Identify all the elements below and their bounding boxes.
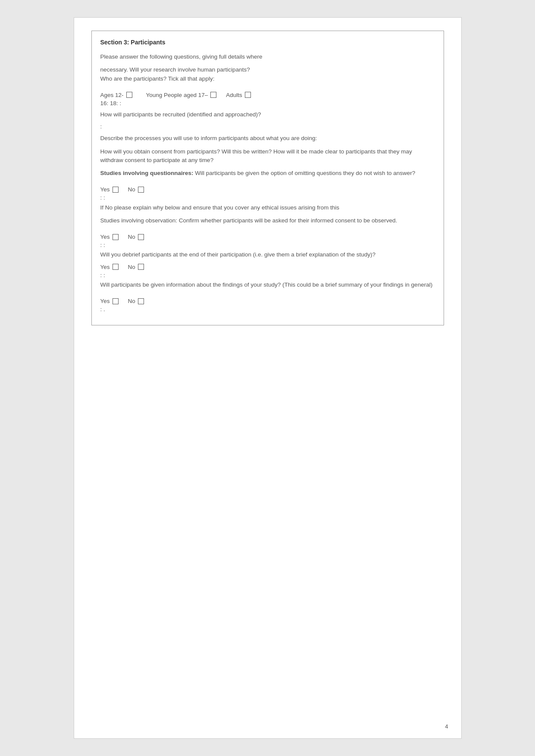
intro-text-2: necessary. Will your research involve hu… [100, 66, 250, 73]
debrief-question-text: Will you debrief participants at the end… [100, 251, 376, 258]
inform-question: Describe the processes you will use to i… [100, 134, 435, 143]
colon-text-2: : : [100, 242, 105, 248]
colon-line-2: : : [100, 242, 435, 249]
consent-question-text: How will you obtain consent from partici… [100, 148, 412, 163]
colon-line-3: : : [100, 272, 435, 279]
ages-row: Ages 12- Young People aged 17– Adults [100, 92, 435, 98]
no-checkbox-1[interactable] [138, 187, 144, 193]
yes-checkbox-2[interactable] [113, 234, 119, 240]
page: Section 3: Participants Please answer th… [74, 17, 462, 739]
debrief-question: Will you debrief participants at the end… [100, 250, 435, 259]
colon-line-4: : . [100, 306, 435, 313]
recruit-question-text: How will participants be recruited (iden… [100, 111, 261, 118]
section-box: Section 3: Participants Please answer th… [91, 31, 444, 325]
intro-text-3: Who are the participants? Tick all that … [100, 75, 215, 82]
intro-paragraph-2: necessary. Will your research involve hu… [100, 66, 435, 83]
section-title-text: Section 3: Participants [100, 39, 166, 46]
page-number: 4 [445, 723, 448, 730]
questionnaires-bold: Studies involving questionnaires: [100, 170, 194, 176]
yes-checkbox-3[interactable] [113, 264, 119, 270]
no-label-3: No [128, 264, 135, 270]
yes-checkbox-4[interactable] [113, 298, 119, 304]
no-label-1: No [128, 186, 135, 193]
young-people-checkbox[interactable] [210, 92, 216, 98]
young-people-label: Young People aged 17– [146, 92, 208, 98]
observation-text: Studies involving observation: Confirm w… [100, 216, 435, 225]
inform-question-text: Describe the processes you will use to i… [100, 135, 317, 141]
colon-text-3: : : [100, 272, 105, 278]
no-label-4: No [128, 298, 135, 304]
colon-line-recruit: : [100, 123, 435, 130]
yes-no-row-4: Yes No [100, 298, 435, 304]
yes-label-4: Yes [100, 298, 110, 304]
colon-text-1: : : [100, 194, 105, 201]
yes-checkbox-1[interactable] [113, 187, 119, 193]
ages-label: Ages 12- [100, 92, 124, 98]
intro-text-1: Please answer the following questions, g… [100, 53, 263, 60]
yes-label-1: Yes [100, 186, 110, 193]
ages-12-checkbox[interactable] [126, 92, 132, 98]
findings-question-text: Will participants be given information a… [100, 281, 433, 288]
if-no-text-content: If No please explain why below and ensur… [100, 204, 340, 211]
no-checkbox-3[interactable] [138, 264, 144, 270]
yes-no-row-3: Yes No [100, 264, 435, 270]
ages-numbers-text: 16: 18: : [100, 100, 122, 106]
no-label-2: No [128, 234, 135, 240]
section-title: Section 3: Participants [100, 39, 435, 46]
no-checkbox-2[interactable] [138, 234, 144, 240]
ages-numbers: 16: 18: : [100, 99, 435, 108]
page-number-text: 4 [445, 723, 448, 730]
adults-checkbox[interactable] [245, 92, 251, 98]
questionnaires-text: Will participants be given the option of… [194, 170, 416, 176]
observation-text-content: Studies involving observation: Confirm w… [100, 217, 397, 224]
yes-no-row-2: Yes No [100, 234, 435, 240]
adults-label: Adults [226, 92, 242, 98]
findings-question: Will participants be given information a… [100, 281, 435, 289]
if-no-text: If No please explain why below and ensur… [100, 203, 435, 212]
intro-paragraph-1: Please answer the following questions, g… [100, 53, 435, 61]
no-checkbox-4[interactable] [138, 298, 144, 304]
yes-label-2: Yes [100, 234, 110, 240]
yes-label-3: Yes [100, 264, 110, 270]
consent-question: How will you obtain consent from partici… [100, 147, 435, 165]
recruit-question: How will participants be recruited (iden… [100, 110, 435, 119]
yes-no-row-1: Yes No [100, 186, 435, 193]
questionnaires-paragraph: Studies involving questionnaires: Will p… [100, 169, 435, 178]
colon-text-4: : . [100, 306, 105, 312]
colon-line-1: : : [100, 194, 435, 201]
